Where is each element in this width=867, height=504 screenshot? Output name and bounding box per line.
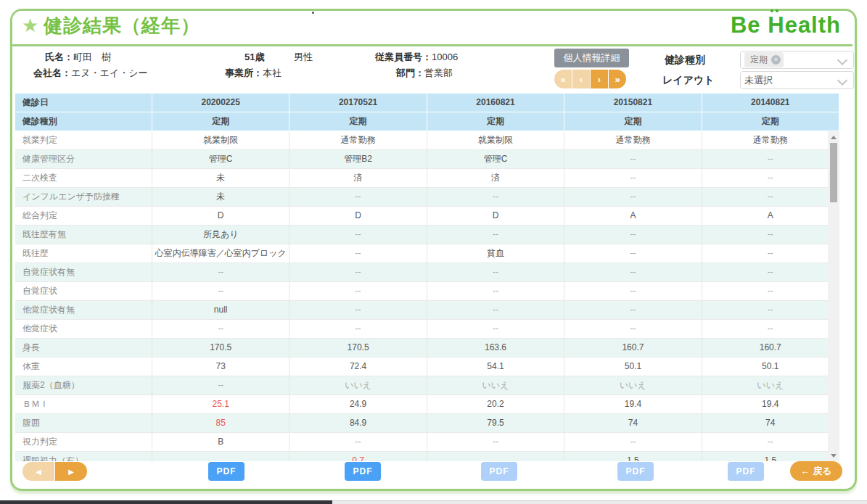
patient-name: 氏名：町田 樹 (45, 51, 111, 64)
table-cell: 19.4 (564, 395, 702, 414)
last-record-button[interactable]: » (609, 70, 626, 88)
table-row: 就業判定就業制限通常勤務就業制限通常勤務通常勤務 (15, 131, 839, 150)
table-cell: 就業制限 (427, 131, 564, 150)
record-pager: « ‹ › » (554, 70, 626, 88)
kenshin-type-select[interactable]: 定期 × (740, 51, 854, 69)
table-cell: 85 (152, 414, 289, 433)
table-cell: -- (289, 301, 427, 320)
header-date-cell: 20170521 (289, 94, 427, 112)
table-cell: 84.9 (289, 414, 427, 433)
table-cell: -- (289, 226, 427, 244)
table-cell: -- (702, 226, 839, 244)
table-cell: -- (427, 320, 564, 339)
table-cell: -- (564, 244, 702, 263)
table-cell: -- (702, 244, 839, 263)
table-cell: 160.7 (564, 339, 702, 358)
table-cell: 所見あり (152, 226, 289, 244)
scroll-thumb[interactable] (830, 143, 837, 202)
pdf-button[interactable]: PDF (345, 462, 381, 481)
patient-emp-no-label: 従業員番号： (375, 51, 432, 62)
table-cell: B (152, 433, 289, 452)
table-cell: null (152, 301, 289, 320)
table-cell: -- (564, 169, 702, 188)
personal-info-detail-button[interactable]: 個人情報詳細 (554, 49, 629, 67)
next-record-button[interactable]: › (591, 70, 608, 88)
page-title: 健診結果（経年） (44, 13, 200, 38)
table-cell: 通常勤務 (289, 131, 427, 150)
table-cell: 就業制限 (152, 131, 289, 150)
logo-be: Be (731, 12, 761, 38)
table-cell: 心室内伝導障害／心室内ブロック (152, 244, 289, 263)
table-body: 就業判定就業制限通常勤務就業制限通常勤務通常勤務健康管理区分管理C管理B2管理C… (15, 131, 839, 461)
table-cell: 50.1 (702, 358, 839, 376)
table-row: 身長170.5170.5163.6160.7160.7 (15, 339, 839, 358)
back-button[interactable]: ← 戻る (790, 461, 842, 481)
row-label: 既往歴有無 (15, 226, 152, 244)
table-cell: -- (702, 320, 839, 339)
table-cell: D (289, 207, 427, 226)
row-label: 他覚症状有無 (15, 301, 152, 320)
row-label: 視力判定 (15, 433, 152, 452)
table-cell: 54.1 (427, 358, 564, 376)
remove-tag-icon[interactable]: × (771, 55, 781, 65)
window-bottom-edge (0, 500, 867, 504)
table-cell: 未 (152, 188, 289, 207)
page-left-button[interactable]: ◀ (22, 462, 54, 481)
table-cell: 74 (564, 414, 702, 433)
table-cell: -- (702, 282, 839, 301)
chevron-down-icon (837, 75, 847, 86)
table-cell: -- (289, 244, 427, 263)
table-cell: いいえ (289, 376, 427, 395)
header-date-label: 健診日 (15, 94, 152, 112)
prev-record-button[interactable]: ‹ (572, 70, 590, 88)
table-cell: 72.4 (289, 358, 427, 376)
table-cell: 170.5 (152, 339, 289, 358)
table-row: 健康管理区分管理C管理B2管理C---- (15, 150, 839, 169)
table-cell: -- (564, 301, 702, 320)
pdf-button[interactable]: PDF (481, 462, 517, 481)
table-cell: 73 (152, 358, 289, 376)
layout-selected-value: 未選択 (744, 74, 773, 87)
pdf-button[interactable]: PDF (617, 462, 654, 481)
table-cell: -- (427, 226, 564, 244)
row-label: 他覚症状 (15, 320, 152, 339)
table-cell: 50.1 (564, 358, 702, 376)
row-label: 服薬2（血糖） (15, 376, 152, 395)
table-cell: -- (702, 169, 839, 188)
header-type-cell: 定期 (289, 112, 427, 131)
pdf-button[interactable]: PDF (208, 462, 245, 481)
header-type-label: 健診種別 (15, 112, 152, 131)
table-row: 自覚症状---------- (15, 282, 839, 301)
pdf-button[interactable]: PDF (728, 462, 764, 481)
layout-select[interactable]: 未選択 (740, 71, 854, 89)
first-record-button[interactable]: « (554, 70, 572, 88)
header-type-cell: 定期 (152, 112, 289, 131)
scrollbar[interactable] (828, 131, 839, 461)
table-cell: -- (702, 433, 839, 452)
table-cell: -- (152, 376, 289, 395)
table-cell: -- (427, 301, 564, 320)
header-date-cell: 20140821 (702, 94, 839, 112)
back-arrow-icon: ← (800, 466, 810, 476)
table-cell: -- (702, 263, 839, 282)
header-date-cell: 20150821 (564, 94, 702, 112)
table-cell: D (152, 207, 289, 226)
row-label: 腹囲 (15, 414, 152, 433)
table-cell: 通常勤務 (564, 131, 702, 150)
table-cell: 未 (152, 169, 289, 188)
table-row: 体重7372.454.150.150.1 (15, 358, 839, 376)
header-type-cell: 定期 (564, 112, 702, 131)
table-cell: -- (564, 188, 702, 207)
selected-type-value: 定期 (750, 54, 768, 66)
table-cell: 1.5 (702, 452, 839, 461)
patient-gender: 男性 (294, 51, 313, 64)
table-cell: 163.6 (427, 339, 564, 358)
page-right-button[interactable]: ▶ (55, 462, 87, 481)
scroll-down-button[interactable] (828, 450, 839, 461)
scroll-up-button[interactable] (828, 131, 839, 143)
table-cell: いいえ (564, 376, 702, 395)
row-label: 二次検査 (15, 169, 152, 188)
chevron-down-icon (837, 55, 847, 65)
logo-h: H (768, 12, 784, 38)
table-cell: -- (289, 263, 427, 282)
